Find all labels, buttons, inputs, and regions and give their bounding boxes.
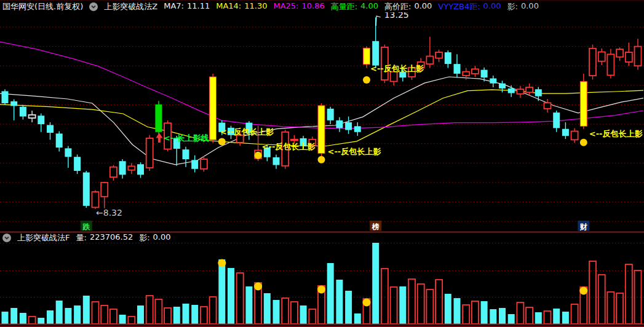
candle[interactable] <box>580 82 587 127</box>
candle[interactable] <box>327 109 334 120</box>
volume-bar[interactable] <box>110 309 117 324</box>
volume-bar[interactable] <box>616 293 623 324</box>
sector-tag[interactable]: 榜 <box>372 223 380 231</box>
volume-bar[interactable] <box>191 305 198 324</box>
volume-bar[interactable] <box>173 307 180 324</box>
candle[interactable] <box>336 120 343 128</box>
volume-bar[interactable] <box>65 308 71 324</box>
candle[interactable] <box>472 69 479 74</box>
candle[interactable] <box>92 192 99 207</box>
indicator-name-sub[interactable]: 上影突破战法F <box>17 232 70 243</box>
volume-bar[interactable] <box>345 291 352 324</box>
candle[interactable] <box>535 89 542 96</box>
volume-bar[interactable] <box>282 298 288 324</box>
candle[interactable] <box>589 49 596 76</box>
candle[interactable] <box>372 41 379 66</box>
volume-bar[interactable] <box>291 302 298 324</box>
volume-bar[interactable] <box>273 300 280 324</box>
volume-bar[interactable] <box>562 312 569 324</box>
candle[interactable] <box>10 101 17 106</box>
sector-tag[interactable]: 跌 <box>82 223 90 231</box>
candle[interactable] <box>598 52 605 61</box>
volume-bar[interactable] <box>137 305 144 324</box>
volume-bar[interactable] <box>237 273 244 324</box>
candle[interactable] <box>345 122 352 130</box>
candle[interactable] <box>544 103 551 109</box>
volume-bar[interactable] <box>626 264 632 324</box>
candle[interactable] <box>607 54 614 75</box>
volume-bar[interactable] <box>481 301 488 324</box>
candle[interactable] <box>2 91 9 103</box>
volume-bar[interactable] <box>2 312 9 324</box>
volume-bar[interactable] <box>508 314 515 324</box>
candle[interactable] <box>454 64 461 74</box>
candle[interactable] <box>29 115 36 118</box>
candle[interactable] <box>562 129 569 136</box>
volume-bar[interactable] <box>408 279 415 324</box>
candle[interactable] <box>20 107 26 117</box>
volume-bar[interactable] <box>426 290 433 324</box>
candle[interactable] <box>318 106 325 154</box>
candle[interactable] <box>137 164 144 175</box>
volume-bar[interactable] <box>146 296 153 324</box>
candle[interactable] <box>191 160 198 169</box>
volume-bar[interactable] <box>463 305 469 324</box>
candle[interactable] <box>119 161 126 175</box>
candle[interactable] <box>499 84 506 89</box>
candle[interactable] <box>445 52 451 64</box>
volume-bar[interactable] <box>535 312 542 324</box>
candle[interactable] <box>481 70 488 78</box>
volume-bar[interactable] <box>607 292 614 324</box>
volume-bar[interactable] <box>128 317 135 324</box>
volume-bar[interactable] <box>598 275 605 324</box>
candle[interactable] <box>291 140 298 141</box>
volume-bar[interactable] <box>183 304 189 324</box>
candle[interactable] <box>146 138 153 168</box>
volume-bar[interactable] <box>119 315 126 324</box>
volume-bar[interactable] <box>309 309 316 324</box>
candle[interactable] <box>101 183 108 197</box>
candle[interactable] <box>110 167 117 177</box>
candle[interactable] <box>616 49 623 57</box>
volume-bar[interactable] <box>490 309 496 324</box>
volume-bar[interactable] <box>381 269 388 324</box>
volume-bar[interactable] <box>56 301 63 324</box>
candle[interactable] <box>56 133 63 148</box>
candle[interactable] <box>490 79 496 84</box>
volume-bar[interactable] <box>336 280 343 324</box>
candle[interactable] <box>635 47 642 66</box>
volume-bar[interactable] <box>164 308 171 324</box>
candle[interactable] <box>517 89 523 94</box>
volume-bar[interactable] <box>544 311 551 324</box>
volume-bar[interactable] <box>245 286 252 324</box>
volume-bar[interactable] <box>589 261 596 324</box>
candle[interactable] <box>155 104 162 132</box>
volume-bar[interactable] <box>418 284 424 324</box>
volume-bar[interactable] <box>300 305 307 324</box>
volume-bar[interactable] <box>218 259 225 324</box>
volume-bar[interactable] <box>517 302 523 324</box>
volume-bar[interactable] <box>399 286 406 324</box>
candle[interactable] <box>38 116 44 124</box>
volume-bar[interactable] <box>92 302 99 324</box>
candle[interactable] <box>47 125 54 133</box>
candle[interactable] <box>354 126 361 132</box>
volume-bar[interactable] <box>435 280 442 324</box>
volume-bar[interactable] <box>38 318 44 324</box>
candle[interactable] <box>626 52 632 62</box>
candle[interactable] <box>210 77 217 140</box>
volume-bar[interactable] <box>354 313 361 324</box>
volume-bar[interactable] <box>201 307 207 324</box>
volume-bar[interactable] <box>553 309 560 324</box>
candle[interactable] <box>463 72 469 76</box>
candlestick-chart[interactable]: <--反包长上影<--反包长上影<--反包长上影<--反包长上影<--反包长上影… <box>0 0 644 327</box>
volume-bar[interactable] <box>445 294 451 324</box>
volume-bar[interactable] <box>391 287 397 324</box>
volume-bar[interactable] <box>327 263 334 324</box>
candle[interactable] <box>183 149 189 159</box>
indicator-name-main[interactable]: 上影突破战法Z <box>104 1 157 12</box>
volume-bar[interactable] <box>372 243 379 324</box>
volume-bar[interactable] <box>228 268 234 324</box>
volume-bar[interactable] <box>472 301 479 324</box>
volume-bar[interactable] <box>155 299 162 324</box>
